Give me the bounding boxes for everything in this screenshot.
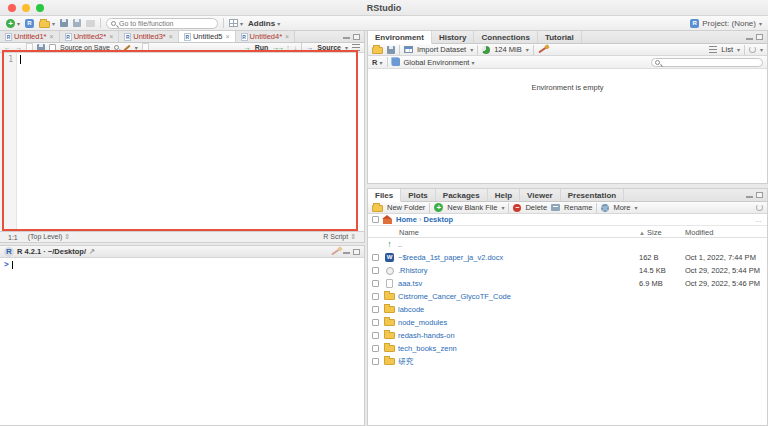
environment-search-box[interactable] (651, 58, 763, 67)
forward-icon[interactable]: → (15, 44, 22, 51)
memory-usage-button[interactable]: 124 MiB (494, 45, 522, 54)
file-row[interactable]: aaa.tsv6.9 MBOct 29, 2022, 5:46 PM (368, 277, 767, 290)
close-tab-icon[interactable]: × (50, 33, 54, 40)
rename-button[interactable]: Rename (564, 203, 592, 212)
breadcrumb-home[interactable]: Home (396, 215, 417, 224)
new-folder-button[interactable]: New Folder (387, 203, 425, 212)
new-file-button[interactable]: + ▾ (6, 19, 20, 28)
tab-connections[interactable]: Connections (474, 31, 537, 43)
file-name-link[interactable]: labcode (398, 305, 424, 314)
delete-button[interactable]: Delete (525, 203, 547, 212)
code-editor[interactable]: 1 (0, 53, 364, 239)
file-row[interactable]: redash-hands-on (368, 329, 767, 342)
close-tab-icon[interactable]: × (285, 33, 289, 40)
file-row[interactable]: tech_books_zenn (368, 342, 767, 355)
file-row[interactable]: ↑.. (368, 238, 767, 251)
scope-selector[interactable]: (Top Level) ⇕ (28, 233, 70, 241)
close-tab-icon[interactable]: × (109, 33, 113, 40)
new-blank-file-button[interactable]: New Blank File (447, 203, 497, 212)
pane-layout-button[interactable]: ▾ (229, 19, 243, 27)
file-checkbox[interactable] (372, 345, 379, 352)
home-icon[interactable] (383, 219, 392, 224)
find-replace-icon[interactable] (114, 45, 119, 50)
back-icon[interactable]: ← (4, 44, 11, 51)
file-row[interactable]: .Rhistory14.5 KBOct 29, 2022, 5:44 PM (368, 264, 767, 277)
maximize-pane-icon[interactable] (756, 192, 763, 198)
minimize-pane-icon[interactable] (746, 35, 753, 40)
tab-viewer[interactable]: Viewer (520, 189, 561, 201)
import-dataset-button[interactable]: Import Dataset (417, 45, 466, 54)
clear-objects-icon[interactable] (538, 46, 547, 53)
file-name-link[interactable]: tech_books_zenn (398, 344, 457, 353)
tab-files[interactable]: Files (368, 189, 401, 202)
save-source-button[interactable] (37, 44, 45, 52)
file-row[interactable]: node_modules (368, 316, 767, 329)
maximize-pane-icon[interactable] (756, 34, 763, 40)
minimize-pane-icon[interactable] (343, 249, 350, 254)
source-tab-Untitled3[interactable]: RUntitled3*× (119, 31, 179, 42)
list-view-button[interactable]: List (721, 45, 733, 54)
goto-file-input[interactable] (119, 20, 209, 27)
save-all-button[interactable] (73, 19, 81, 27)
environment-search-input[interactable] (662, 59, 759, 66)
file-name-link[interactable]: .. (398, 240, 402, 249)
r-language-selector[interactable]: R ▾ (372, 58, 383, 67)
source-tab-Untitled5[interactable]: RUntitled5× (179, 31, 236, 42)
file-name-link[interactable]: Cistrome_Cancer_GlycoTF_Code (398, 292, 511, 301)
select-all-checkbox[interactable] (372, 216, 379, 223)
maximize-pane-icon[interactable] (353, 249, 360, 255)
run-button[interactable]: Run (255, 44, 269, 51)
run-next-icon[interactable]: ↓ (294, 44, 298, 51)
source-tab-Untitled4[interactable]: RUntitled4*× (236, 31, 296, 42)
project-menu-button[interactable]: R Project: (None) ▾ (690, 19, 762, 28)
file-row[interactable]: 研究 (368, 355, 767, 368)
source-on-save-checkbox[interactable] (49, 44, 56, 51)
console-prompt-row[interactable]: > (4, 260, 364, 270)
close-tab-icon[interactable]: × (169, 33, 173, 40)
breadcrumb-more-icon[interactable]: … (755, 216, 763, 223)
more-button[interactable]: More (613, 203, 630, 212)
print-button[interactable] (86, 20, 95, 27)
tab-plots[interactable]: Plots (401, 189, 436, 201)
column-modified[interactable]: Modified (685, 228, 713, 237)
source-button[interactable]: Source (317, 44, 341, 51)
file-name-link[interactable]: 研究 (398, 357, 413, 367)
tab-tutorial[interactable]: Tutorial (538, 31, 582, 43)
breadcrumb-desktop[interactable]: Desktop (424, 215, 454, 224)
save-button[interactable] (60, 19, 68, 27)
refresh-icon[interactable] (756, 204, 763, 211)
file-name-link[interactable]: ~$reeda_1st_paper_ja_v2.docx (398, 253, 503, 262)
environment-scope-selector[interactable]: Global Environment ▾ (404, 58, 475, 67)
open-file-button[interactable]: ▾ (39, 19, 55, 28)
addins-button[interactable]: Addins ▾ (248, 19, 280, 28)
file-checkbox[interactable] (372, 319, 379, 326)
new-project-icon[interactable]: R (25, 19, 34, 28)
source-tab-Untitled1[interactable]: RUntitled1*× (0, 31, 60, 42)
file-checkbox[interactable] (372, 254, 379, 261)
save-workspace-icon[interactable] (387, 46, 395, 54)
file-name-link[interactable]: aaa.tsv (398, 279, 422, 288)
clear-console-icon[interactable] (331, 248, 340, 255)
file-row[interactable]: W~$reeda_1st_paper_ja_v2.docx162 BOct 1,… (368, 251, 767, 264)
console-body[interactable]: > (0, 258, 364, 270)
tab-packages[interactable]: Packages (436, 189, 488, 201)
goto-file-search[interactable] (106, 18, 218, 29)
open-new-window-icon[interactable] (26, 43, 33, 52)
tab-history[interactable]: History (432, 31, 475, 43)
source-tab-Untitled2[interactable]: RUntitled2*× (60, 31, 120, 42)
file-checkbox[interactable] (372, 358, 379, 365)
maximize-pane-icon[interactable] (353, 34, 360, 40)
file-row[interactable]: Cistrome_Cancer_GlycoTF_Code (368, 290, 767, 303)
file-name-link[interactable]: redash-hands-on (398, 331, 455, 340)
compile-report-icon[interactable] (142, 43, 149, 52)
document-outline-icon[interactable] (352, 44, 360, 51)
run-previous-icon[interactable]: ↑ (286, 44, 290, 51)
tab-help[interactable]: Help (488, 189, 520, 201)
file-checkbox[interactable] (372, 332, 379, 339)
file-checkbox[interactable] (372, 306, 379, 313)
file-name-link[interactable]: .Rhistory (398, 266, 428, 275)
file-row[interactable]: labcode (368, 303, 767, 316)
minimize-pane-icon[interactable] (343, 34, 350, 39)
tab-presentation[interactable]: Presentation (561, 189, 624, 201)
close-tab-icon[interactable]: × (225, 33, 229, 40)
